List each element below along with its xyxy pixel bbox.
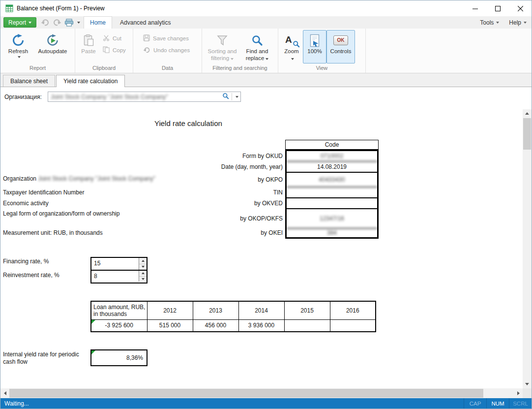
ribbon-group-clipboard: Paste Cut Copy Clipboard <box>75 29 133 73</box>
help-menu[interactable]: Help <box>504 16 532 29</box>
save-changes-button[interactable]: Save changes <box>140 33 193 44</box>
minimize-button[interactable] <box>464 0 486 16</box>
row-label-tin: TIN <box>138 188 283 197</box>
row-label-date: Date (day, month, year) <box>138 162 283 172</box>
controls-button[interactable]: OK Controls <box>326 30 355 63</box>
loan-year-cell[interactable]: 456 000 <box>193 319 238 332</box>
sorting-filtering-button[interactable]: Sorting and filtering <box>204 30 240 63</box>
organization-label: Организация: <box>4 94 48 100</box>
row-label-okud: Form by OKUD <box>138 151 283 161</box>
redo-button[interactable] <box>51 16 63 29</box>
chevron-down-icon <box>29 22 31 24</box>
zoom-button[interactable]: A Zoom <box>280 30 303 63</box>
tab-home-label: Home <box>90 19 106 26</box>
spin-up-button[interactable] <box>139 258 147 264</box>
financing-rate-label: Financing rate, % <box>3 256 49 266</box>
legal-form-label: Legal form of organization/form of owner… <box>3 209 119 219</box>
tab-advanced-analytics-label: Advanced analytics <box>120 19 171 26</box>
ribbon-group-view-label: View <box>279 64 364 73</box>
code-value-okopf: 12347/16 <box>287 209 377 229</box>
horizontal-scrollbar[interactable] <box>0 388 532 398</box>
code-value-okved <box>287 198 377 209</box>
loan-table-header-cell: 2012 <box>147 301 193 319</box>
code-value-okpo: 40433430 <box>287 173 377 188</box>
tab-home[interactable]: Home <box>84 16 112 29</box>
spin-down-button[interactable] <box>139 276 147 282</box>
report-menu-button[interactable]: Report <box>3 17 36 28</box>
ribbon-group-view: A Zoom 100% OK Controls <box>278 29 366 73</box>
loan-year-cell[interactable]: 3 936 000 <box>238 319 284 332</box>
scroll-right-button[interactable] <box>514 388 523 398</box>
reinvestment-rate-value[interactable]: 8 <box>91 271 139 282</box>
num-lock-indicator: NUM <box>486 398 509 409</box>
doc-tab-balance-sheet[interactable]: Balance sheet <box>3 75 55 87</box>
organization-combobox[interactable]: Joint Stock Company "Joint Stock Company… <box>48 92 241 102</box>
undo-button[interactable] <box>39 16 51 29</box>
loan-year-cell[interactable]: 515 000 <box>147 319 193 332</box>
report-menu-label: Report <box>8 19 26 26</box>
maximize-button[interactable] <box>486 0 509 16</box>
ribbon-group-data-label: Data <box>134 64 201 73</box>
copy-icon <box>103 46 110 54</box>
cut-label: Cut <box>113 35 121 41</box>
paste-label: Paste <box>81 48 95 55</box>
cut-button[interactable]: Cut <box>100 33 129 44</box>
page-icon <box>309 32 320 48</box>
horizontal-scrollbar-thumb[interactable] <box>9 389 483 398</box>
undo-changes-button[interactable]: Undo changes <box>140 45 193 56</box>
refresh-icon <box>12 32 25 48</box>
loan-table: Loan amount, RUB, in thousands 2012 2013… <box>90 301 376 332</box>
autoupdate-icon <box>46 32 59 48</box>
code-value-okei: 384 <box>287 229 377 237</box>
activity-label: Economic activity <box>3 198 49 208</box>
loan-table-header-cell: 2013 <box>193 301 238 319</box>
chevron-down-icon <box>77 22 80 24</box>
copy-button[interactable]: Copy <box>100 45 129 56</box>
autoupdate-button[interactable]: Autoupdate <box>34 30 71 63</box>
loan-table-header-cell: 2015 <box>284 301 330 319</box>
ribbon-group-report: Refresh Autoupdate Report <box>0 29 75 73</box>
spin-down-button[interactable] <box>139 264 147 270</box>
reinvestment-rate-spinbox[interactable]: 8 <box>91 270 147 282</box>
cut-icon <box>103 34 110 42</box>
menubar-spacer <box>177 16 475 29</box>
paste-button[interactable]: Paste <box>77 30 100 63</box>
print-button[interactable] <box>63 16 82 29</box>
zoom-100-button[interactable]: 100% <box>303 30 326 63</box>
find-replace-label: Find and replace <box>246 48 268 61</box>
divider <box>232 93 232 100</box>
close-button[interactable] <box>509 0 532 16</box>
loan-year-cell[interactable] <box>284 319 330 332</box>
scroll-left-button[interactable] <box>0 388 9 398</box>
financing-rate-value[interactable]: 15 <box>91 258 139 270</box>
tab-advanced-analytics[interactable]: Advanced analytics <box>114 16 177 29</box>
vertical-scrollbar-thumb[interactable] <box>523 118 531 150</box>
paste-icon <box>83 32 94 48</box>
horizontal-scrollbar-track[interactable] <box>9 388 514 398</box>
tools-menu[interactable]: Tools <box>475 16 504 29</box>
spin-up-button[interactable] <box>139 271 147 276</box>
find-replace-button[interactable]: Find and replace <box>240 30 274 63</box>
vertical-scrollbar[interactable] <box>523 109 532 388</box>
scroll-down-button[interactable] <box>523 380 532 388</box>
search-icon <box>251 32 263 48</box>
loan-table-header-cell: 2014 <box>238 301 284 319</box>
menubar: Report Home Advanced analytics Tools Hel… <box>0 16 532 29</box>
loan-year-cell[interactable] <box>330 319 376 332</box>
chevron-down-icon[interactable] <box>236 96 238 98</box>
financing-rate-spinbox[interactable]: 15 <box>91 258 147 270</box>
scroll-up-button[interactable] <box>523 109 532 118</box>
row-label-okei: by OKEI <box>138 229 283 237</box>
window-controls <box>464 0 532 16</box>
zoom-label: Zoom <box>284 48 298 54</box>
ribbon-group-clipboard-label: Clipboard <box>76 64 132 73</box>
reinvestment-rate-label: Reinvestment rate, % <box>3 270 59 280</box>
ribbon-group-data: Save changes Undo changes Data <box>133 29 202 73</box>
loan-amount-cell[interactable]: -3 925 600 <box>91 319 147 332</box>
search-icon[interactable] <box>222 93 229 101</box>
tin-label: Taxpayer Identification Number <box>3 188 84 197</box>
doc-tab-yield-rate[interactable]: Yield rate calculation <box>56 75 125 87</box>
chevron-down-icon <box>496 22 499 24</box>
organization-value: Joint Stock Company "Joint Stock Company… <box>51 94 222 100</box>
refresh-button[interactable]: Refresh <box>2 30 34 63</box>
